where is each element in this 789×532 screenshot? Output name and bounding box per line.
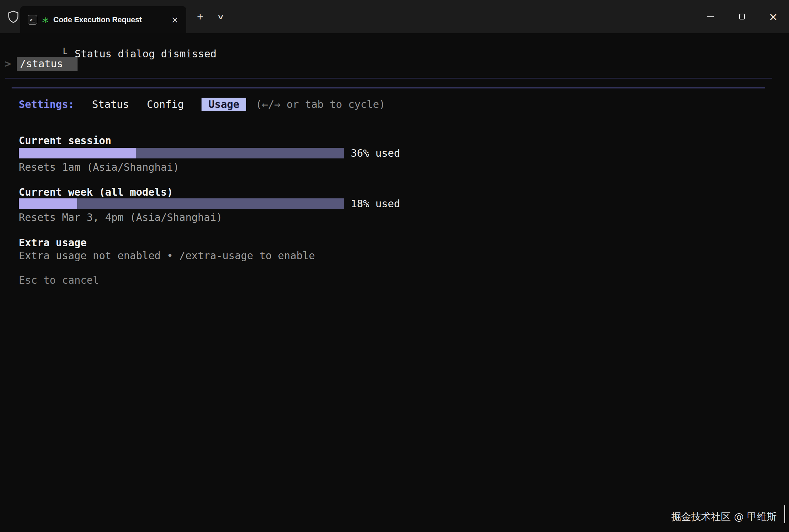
settings-tab-config[interactable]: Config — [147, 98, 184, 110]
settings-label: Settings: — [19, 98, 74, 110]
week-section-title: Current week (all models) — [19, 185, 173, 199]
new-tab-button[interactable]: + — [193, 10, 207, 23]
shield-icon — [6, 10, 20, 24]
session-progress-fill — [19, 148, 136, 158]
settings-tab-status[interactable]: Status — [92, 98, 129, 110]
dismissed-text: Status dialog dismissed — [74, 48, 216, 60]
week-used-label: 18% used — [351, 197, 400, 211]
week-progress-fill — [19, 198, 77, 209]
watermark-text: 掘金技术社区 @ 甲维斯 — [672, 510, 777, 524]
close-button[interactable]: × — [758, 0, 789, 33]
minimize-button[interactable] — [695, 0, 726, 33]
close-icon: × — [769, 11, 778, 22]
prompt-chevron-icon: > — [5, 57, 11, 71]
session-section-title: Current session — [19, 134, 111, 148]
activity-indicator-icon: * — [42, 19, 49, 26]
tab-title: Code Execution Request — [53, 15, 142, 24]
tab-close-icon[interactable]: × — [171, 15, 179, 24]
scrollbar-thumb[interactable] — [784, 505, 785, 523]
window-controls: × — [695, 0, 789, 33]
extra-usage-title: Extra usage — [19, 236, 87, 250]
extra-usage-detail: Extra usage not enabled • /extra-usage t… — [19, 249, 315, 263]
tab-dropdown-icon[interactable]: ∨ — [210, 10, 231, 23]
maximize-icon — [739, 14, 745, 19]
divider-bottom — [12, 87, 765, 88]
settings-tab-bar: Settings: Status Config Usage (←/→ or ta… — [19, 96, 385, 112]
terminal-icon: >_ — [28, 15, 37, 25]
session-used-label: 36% used — [351, 146, 400, 160]
settings-tab-usage[interactable]: Usage — [202, 98, 246, 111]
week-progress-bar — [19, 198, 344, 209]
terminal-tab[interactable]: >_ * Code Execution Request × — [20, 6, 186, 33]
maximize-button[interactable] — [726, 0, 758, 33]
minimize-icon — [707, 16, 714, 17]
titlebar: >_ * Code Execution Request × + ∨ × — [0, 0, 789, 33]
esc-cancel-hint: Esc to cancel — [19, 274, 99, 287]
cycle-hint: (←/→ or tab to cycle) — [256, 98, 385, 110]
terminal-window: >_ * Code Execution Request × + ∨ × └Sta… — [0, 0, 789, 532]
week-resets-label: Resets Mar 3, 4pm (Asia/Shanghai) — [19, 211, 222, 224]
session-resets-label: Resets 1am (Asia/Shanghai) — [19, 160, 179, 174]
session-progress-bar — [19, 148, 344, 158]
divider-top — [5, 78, 772, 79]
command-echo: /status — [17, 57, 78, 71]
